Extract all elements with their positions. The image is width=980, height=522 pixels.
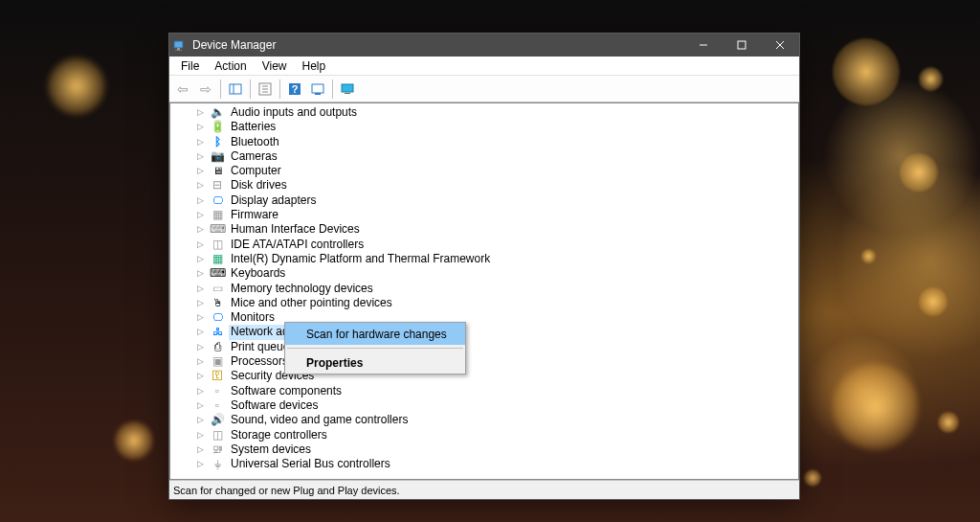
tree-node-label: Cameras	[229, 149, 279, 164]
tree-node[interactable]: Display adapters	[170, 193, 798, 208]
tree-node[interactable]: Print queues	[170, 340, 798, 354]
tree-node[interactable]: Keyboards	[170, 266, 798, 281]
expand-icon[interactable]	[195, 430, 206, 441]
expand-icon[interactable]	[195, 122, 206, 132]
tree-node[interactable]: Disk drives	[170, 178, 798, 193]
expand-icon[interactable]	[195, 356, 206, 367]
tree-node[interactable]: Audio inputs and outputs	[170, 105, 798, 120]
expand-icon[interactable]	[195, 400, 206, 411]
device-tree: Audio inputs and outputsBatteriesBluetoo…	[170, 103, 798, 475]
expand-icon[interactable]	[195, 459, 206, 469]
menu-file[interactable]: File	[173, 58, 207, 74]
tree-node[interactable]: Mice and other pointing devices	[170, 296, 798, 310]
expand-icon[interactable]	[195, 137, 206, 148]
statusbar: Scan for changed or new Plug and Play de…	[169, 480, 799, 499]
menu-help[interactable]: Help	[295, 58, 334, 74]
expand-icon[interactable]	[195, 268, 206, 279]
expand-icon[interactable]	[195, 195, 206, 206]
tree-node[interactable]: IDE ATA/ATAPI controllers	[170, 238, 798, 252]
svg-rect-16	[315, 93, 321, 95]
tree-node[interactable]: Sound, video and game controllers	[170, 413, 798, 427]
device-category-icon	[210, 178, 225, 193]
device-category-icon	[210, 237, 225, 252]
tree-node[interactable]: Firmware	[170, 208, 798, 222]
expand-icon[interactable]	[195, 151, 206, 162]
tree-node-label: Sound, video and game controllers	[229, 413, 410, 427]
tree-node-label: Computer	[229, 164, 283, 178]
tree-scroll[interactable]: Audio inputs and outputsBatteriesBluetoo…	[170, 103, 798, 479]
device-category-icon	[210, 266, 225, 282]
device-category-icon	[210, 398, 225, 414]
expand-icon[interactable]	[195, 298, 206, 308]
tree-node[interactable]: Software components	[170, 384, 798, 398]
titlebar[interactable]: Device Manager	[169, 34, 799, 57]
tree-node[interactable]: Bluetooth	[170, 135, 798, 149]
expand-icon[interactable]	[195, 254, 206, 264]
device-category-icon	[210, 339, 225, 354]
maximize-button[interactable]	[723, 34, 761, 57]
expand-icon[interactable]	[195, 107, 206, 118]
monitor-button[interactable]	[337, 79, 358, 100]
device-category-icon	[210, 310, 225, 326]
expand-icon[interactable]	[195, 181, 206, 192]
tree-node[interactable]: Intel(R) Dynamic Platform and Thermal Fr…	[170, 252, 798, 266]
toolbar: ⇦ ⇨ ?	[169, 76, 799, 102]
device-category-icon	[210, 222, 225, 238]
tree-node-label: Memory technology devices	[229, 282, 375, 296]
tree-node[interactable]: Storage controllers	[170, 428, 798, 443]
tree-node-label: Processors	[229, 354, 290, 369]
device-category-icon	[210, 427, 225, 443]
expand-icon[interactable]	[195, 239, 206, 250]
device-category-icon	[210, 164, 225, 179]
device-category-icon	[210, 208, 225, 223]
back-button[interactable]: ⇦	[172, 79, 193, 100]
svg-rect-7	[230, 84, 241, 94]
tree-node[interactable]: Batteries	[170, 120, 798, 134]
expand-icon[interactable]	[195, 371, 206, 381]
close-button[interactable]	[761, 34, 799, 57]
tree-node[interactable]: Software devices	[170, 398, 798, 413]
device-tree-pane: Audio inputs and outputsBatteriesBluetoo…	[169, 102, 799, 480]
expand-icon[interactable]	[195, 284, 206, 294]
tree-node[interactable]: Security devices	[170, 369, 798, 383]
device-category-icon	[210, 193, 225, 208]
context-properties[interactable]: Properties	[285, 352, 465, 374]
minimize-button[interactable]	[684, 34, 723, 57]
device-category-icon	[210, 149, 225, 165]
expand-icon[interactable]	[195, 444, 206, 455]
scan-hardware-button[interactable]	[307, 79, 328, 100]
tree-node-label: Monitors	[229, 310, 277, 325]
expand-icon[interactable]	[195, 225, 206, 236]
statusbar-text: Scan for changed or new Plug and Play de…	[173, 485, 400, 496]
menu-action[interactable]: Action	[207, 58, 254, 74]
expand-icon[interactable]	[195, 328, 206, 338]
forward-button[interactable]: ⇨	[195, 79, 216, 100]
show-hide-console-tree-button[interactable]	[225, 79, 246, 100]
expand-icon[interactable]	[195, 415, 206, 425]
menu-view[interactable]: View	[255, 58, 295, 74]
device-category-icon	[210, 413, 225, 428]
tree-node[interactable]: System devices	[170, 443, 798, 457]
device-category-icon	[210, 120, 225, 135]
device-manager-window: Device Manager File Action View Help ⇦ ⇨…	[168, 33, 800, 500]
tree-node[interactable]: Computer	[170, 164, 798, 178]
tree-node[interactable]: Universal Serial Bus controllers	[170, 457, 798, 471]
expand-icon[interactable]	[195, 386, 206, 397]
help-button[interactable]: ?	[284, 79, 305, 100]
expand-icon[interactable]	[195, 312, 206, 323]
tree-node[interactable]: Monitors	[170, 310, 798, 325]
device-category-icon	[210, 442, 225, 457]
tree-node[interactable]: Cameras	[170, 149, 798, 164]
tree-node[interactable]: Processors	[170, 354, 798, 369]
tree-node[interactable]: Human Interface Devices	[170, 222, 798, 237]
tree-node-label: System devices	[229, 443, 313, 457]
tree-node-label: Software devices	[229, 398, 320, 413]
tree-node-label: Intel(R) Dynamic Platform and Thermal Fr…	[229, 252, 492, 266]
expand-icon[interactable]	[195, 166, 206, 176]
tree-node[interactable]: Network adapt	[170, 325, 798, 339]
expand-icon[interactable]	[195, 210, 206, 220]
tree-node[interactable]: Memory technology devices	[170, 282, 798, 296]
properties-button[interactable]	[255, 79, 276, 100]
expand-icon[interactable]	[195, 342, 206, 352]
context-scan-hardware[interactable]: Scan for hardware changes	[285, 323, 465, 345]
